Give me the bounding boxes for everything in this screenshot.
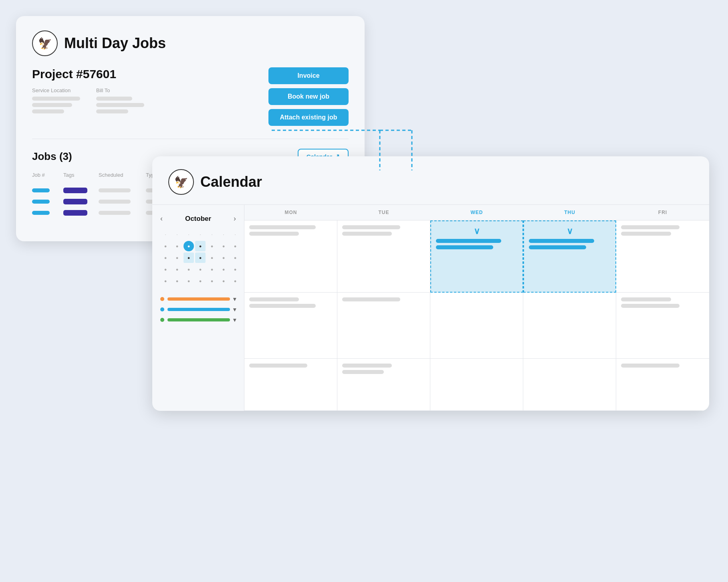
event-bar [342,364,392,368]
legend-section: ▾ ▾ ▾ [160,296,236,323]
event-bar-blue [436,245,493,249]
mini-cal-day[interactable]: ● [207,241,217,251]
mini-cal-day[interactable]: ● [218,241,229,251]
cal-cell[interactable] [616,220,709,293]
cal-cell-thu-highlighted[interactable]: ∨ [523,220,616,293]
cal-cell[interactable] [244,293,337,359]
book-new-job-button[interactable]: Book new job [268,88,349,105]
day-header-thu: THU [523,205,616,220]
mini-cal-day[interactable]: ● [160,241,171,251]
mini-cal-day[interactable]: ● [195,264,206,275]
day-header-mon: MON [244,205,337,220]
cal-row-1: ∨ ∨ [244,220,709,293]
service-location-field: Service Location [32,87,80,116]
cal-row-2 [244,293,709,359]
mini-cal-day[interactable]: · [218,229,229,240]
mini-cal-day[interactable]: ● [184,264,194,275]
cal-cell[interactable] [244,359,337,411]
mini-cal-day[interactable]: ● [218,264,229,275]
mini-cal-day[interactable]: · [160,229,171,240]
mini-cal-day[interactable]: ● [184,253,194,263]
cal-cell[interactable] [616,359,709,411]
calendar-main: ‹ October › · · · · · · · ● ● ● ● ● ● ● [152,205,709,411]
mini-cal-day[interactable]: ● [218,253,229,263]
cal-cell[interactable] [244,220,337,293]
invoice-button[interactable]: Invoice [268,67,349,84]
mini-cal-day[interactable]: · [195,229,206,240]
field-bar-3 [32,109,64,113]
mini-cal-day[interactable]: ● [230,264,240,275]
mini-cal-day[interactable]: ● [230,276,240,286]
mini-cal-day[interactable]: ● [184,241,194,251]
mini-cal-day[interactable]: ● [172,276,182,286]
event-bar [342,370,384,374]
mini-cal-day[interactable]: ● [172,253,182,263]
mini-cal-day[interactable]: ● [230,241,240,251]
legend-dropdown-orange[interactable]: ▾ [233,296,236,302]
legend-dropdown-blue[interactable]: ▾ [233,306,236,313]
event-bar [249,225,316,229]
prev-month-button[interactable]: ‹ [160,214,163,223]
mini-calendar-sidebar: ‹ October › · · · · · · · ● ● ● ● ● ● ● [152,205,244,411]
mini-cal-day[interactable]: ● [184,276,194,286]
mini-cal-day[interactable]: ● [207,276,217,286]
cal-cell[interactable] [337,220,430,293]
mini-cal-day[interactable]: · [230,229,240,240]
cal-cell[interactable] [523,359,616,411]
job-num-bar [32,211,50,215]
cal-cell[interactable] [337,359,430,411]
mini-cal-day[interactable]: · [207,229,217,240]
jobs-title: Jobs (3) [32,150,72,163]
mini-cal-day[interactable]: ● [172,264,182,275]
mini-cal-grid: · · · · · · · ● ● ● ● ● ● ● ● ● ● ● ● ● [160,229,236,286]
event-bar [621,297,671,301]
mini-cal-day[interactable]: ● [160,276,171,286]
mini-cal-day[interactable]: ● [172,241,182,251]
event-bar [342,297,400,301]
cal-cell[interactable] [616,293,709,359]
calendar-panel-header: 🦅 Calendar [152,156,709,205]
event-bar [621,364,680,368]
legend-bar-green [167,318,230,321]
cal-cell[interactable] [523,293,616,359]
field-bar-1 [32,97,80,101]
attach-existing-job-button[interactable]: Attach existing job [268,109,349,126]
cal-cell[interactable] [337,293,430,359]
mini-cal-day[interactable]: ● [195,276,206,286]
mini-cal-day[interactable]: ● [207,264,217,275]
mini-cal-day[interactable]: ● [207,253,217,263]
mini-cal-day[interactable]: · [184,229,194,240]
day-header-wed: WED [430,205,523,220]
cal-cell-wed-highlighted[interactable]: ∨ [430,220,523,293]
mini-cal-day[interactable]: ● [195,241,206,251]
legend-item-orange: ▾ [160,296,236,302]
mini-cal-day[interactable]: ● [160,253,171,263]
bill-to-label: Bill To [96,87,144,93]
project-fields: Service Location Bill To [32,87,144,116]
mini-cal-day[interactable]: ● [160,264,171,275]
legend-bar-blue [167,308,230,311]
col-tags: Tags [63,172,95,178]
tag-bar [63,210,87,216]
field-bar-5 [96,103,144,107]
mini-cal-day[interactable]: ● [195,253,206,263]
legend-dropdown-green[interactable]: ▾ [233,317,236,323]
event-bar-blue [436,239,501,243]
cal-cell[interactable] [430,359,523,411]
mini-cal-month: October [185,215,211,223]
legend-dot-blue [160,307,164,311]
scheduled-bar [99,188,131,192]
mini-cal-day[interactable]: ● [230,253,240,263]
field-bar-2 [32,103,72,107]
next-month-button[interactable]: › [234,214,236,223]
event-bar-blue [529,239,594,243]
legend-bar-orange [167,297,230,301]
tag-bar [63,188,87,193]
cal-cell[interactable] [430,293,523,359]
event-bar [342,232,392,236]
mini-cal-day[interactable]: · [172,229,182,240]
divider [32,139,349,139]
app-title: Multi Day Jobs [64,35,166,52]
mini-cal-day[interactable]: ● [218,276,229,286]
calendar-logo: 🦅 [168,169,194,195]
